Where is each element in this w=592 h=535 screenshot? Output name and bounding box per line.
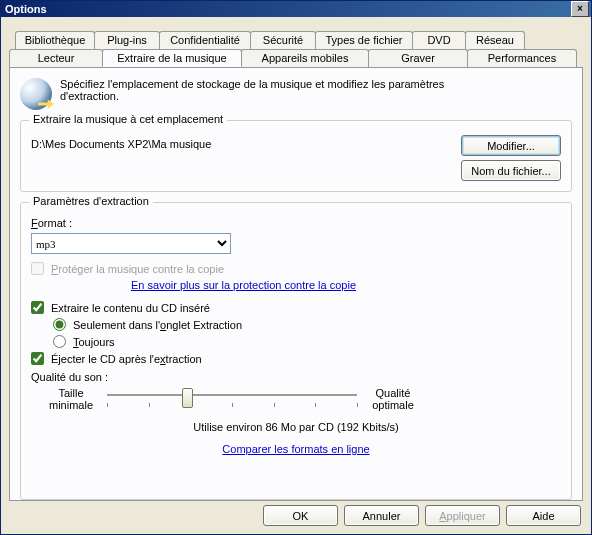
autorip-always-radio[interactable] xyxy=(53,335,66,348)
format-select[interactable]: mp3 xyxy=(31,233,231,254)
apply-button: Appliquer xyxy=(425,505,500,526)
ok-button[interactable]: OK xyxy=(263,505,338,526)
protect-checkbox xyxy=(31,262,44,275)
autorip-checkbox[interactable] xyxy=(31,301,44,314)
modify-location-button[interactable]: Modifier... xyxy=(461,135,561,156)
group-settings-title: Paramètres d'extraction xyxy=(29,195,153,207)
slider-max-label: Qualité optimale xyxy=(365,387,421,411)
titlebar: Options × xyxy=(1,1,591,17)
close-icon[interactable]: × xyxy=(571,1,589,17)
format-label: Format : xyxy=(31,217,561,229)
help-button[interactable]: Aide xyxy=(506,505,581,526)
learn-more-link[interactable]: En savoir plus sur la protection contre … xyxy=(131,279,356,291)
size-estimate: Utilise environ 86 Mo par CD (192 Kbits/… xyxy=(31,421,561,433)
rip-music-icon xyxy=(20,78,52,110)
compare-formats-link[interactable]: Comparer les formats en ligne xyxy=(222,443,369,455)
autorip-label: Extraire le contenu du CD inséré xyxy=(51,302,210,314)
tabpage-extraire: Spécifiez l'emplacement de stockage de l… xyxy=(9,67,583,501)
autorip-always-label: Toujours xyxy=(73,336,115,348)
filename-button[interactable]: Nom du fichier... xyxy=(461,160,561,181)
tab-lecteur[interactable]: Lecteur xyxy=(9,49,103,67)
group-settings: Paramètres d'extraction Format : mp3 Pro… xyxy=(20,202,572,500)
group-location: Extraire la musique à cet emplacement D:… xyxy=(20,120,572,192)
tabs: Bibliothèque Plug-ins Confidentialité Sé… xyxy=(9,31,583,501)
header-description: Spécifiez l'emplacement de stockage de l… xyxy=(60,78,480,102)
tab-securite[interactable]: Sécurité xyxy=(250,31,316,49)
tab-confidentialite[interactable]: Confidentialité xyxy=(159,31,251,49)
group-location-title: Extraire la musique à cet emplacement xyxy=(29,113,227,125)
autorip-only-tab-label: Seulement dans l'onglet Extraction xyxy=(73,319,242,331)
tab-graver[interactable]: Graver xyxy=(368,49,468,67)
eject-checkbox[interactable] xyxy=(31,352,44,365)
tab-plugins[interactable]: Plug-ins xyxy=(94,31,160,49)
tab-reseau[interactable]: Réseau xyxy=(465,31,525,49)
quality-label: Qualité du son : xyxy=(31,371,561,383)
tab-types-fichier[interactable]: Types de fichier xyxy=(315,31,413,49)
rip-location-path: D:\Mes Documents XP2\Ma musique xyxy=(31,135,211,150)
protect-label: Protéger la musique contre la copie xyxy=(51,263,224,275)
autorip-only-tab-radio[interactable] xyxy=(53,318,66,331)
dialog-footer: OK Annuler Appliquer Aide xyxy=(9,501,583,528)
slider-min-label: Taille minimale xyxy=(43,387,99,411)
tab-appareils[interactable]: Appareils mobiles xyxy=(241,49,369,67)
cancel-button[interactable]: Annuler xyxy=(344,505,419,526)
eject-label: Éjecter le CD après l'extraction xyxy=(51,353,202,365)
tab-bibliotheque[interactable]: Bibliothèque xyxy=(15,31,95,49)
window-title: Options xyxy=(5,3,47,15)
tab-extraire[interactable]: Extraire de la musique xyxy=(102,49,242,67)
tab-performances[interactable]: Performances xyxy=(467,49,577,67)
slider-thumb[interactable] xyxy=(182,388,193,408)
tab-dvd[interactable]: DVD xyxy=(412,31,466,49)
quality-slider[interactable] xyxy=(107,389,357,415)
